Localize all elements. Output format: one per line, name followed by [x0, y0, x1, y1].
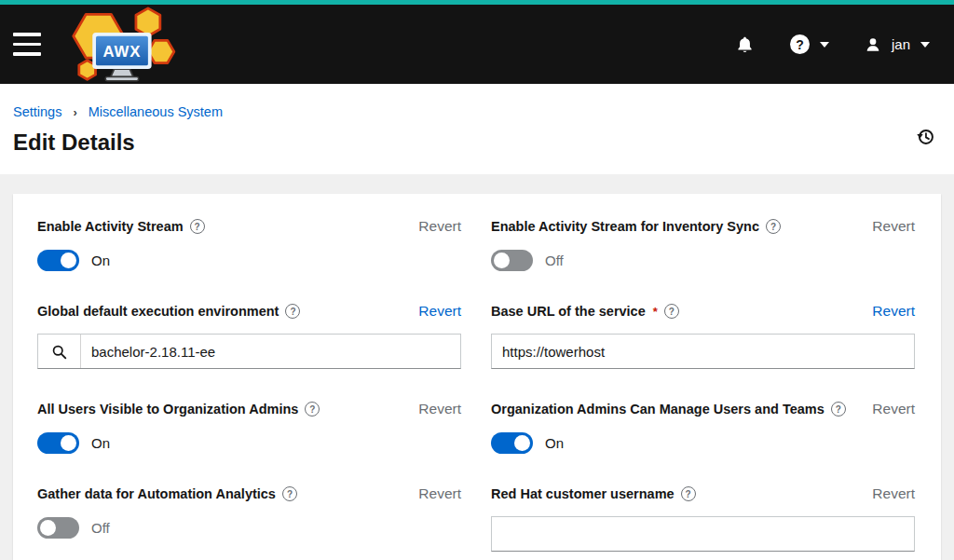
field-base-url-of-service: Base URL of the service * ? Revert [491, 303, 915, 369]
chevron-down-icon [820, 42, 829, 48]
help-menu-button[interactable]: ? [790, 34, 829, 54]
field-label: Gather data for Automation Analytics ? [37, 486, 297, 501]
field-global-default-execution-environment: Global default execution environment ? R… [37, 303, 461, 369]
revert-button[interactable]: Revert [872, 218, 915, 235]
field-label: Enable Activity Stream for Inventory Syn… [491, 219, 781, 234]
chevron-down-icon [920, 42, 930, 48]
help-icon[interactable]: ? [681, 486, 696, 501]
field-org-admins-manage-users-teams: Organization Admins Can Manage Users and… [491, 401, 915, 454]
base-url-input[interactable] [491, 334, 915, 369]
revert-button[interactable]: Revert [872, 303, 915, 320]
notifications-button[interactable] [735, 34, 755, 55]
settings-form: Enable Activity Stream ? Revert On Enabl… [37, 218, 915, 560]
field-enable-activity-stream-inventory-sync: Enable Activity Stream for Inventory Syn… [491, 218, 915, 271]
help-icon[interactable]: ? [766, 219, 781, 234]
search-lookup-button[interactable] [38, 335, 81, 368]
help-icon[interactable]: ? [190, 219, 205, 234]
field-label: Global default execution environment ? [37, 304, 300, 319]
revert-button[interactable]: Revert [418, 485, 461, 502]
user-icon [865, 36, 881, 53]
breadcrumb-separator-icon: › [73, 105, 76, 119]
breadcrumb-link-miscellaneous-system[interactable]: Miscellaneous System [89, 104, 223, 119]
masthead-actions: ? jan [735, 34, 930, 55]
field-gather-data-automation-analytics: Gather data for Automation Analytics ? R… [37, 485, 461, 552]
red-hat-customer-username-input[interactable] [491, 516, 915, 552]
awx-logo-image: AWX [63, 7, 179, 83]
search-icon [51, 344, 67, 360]
toggle-state-label: Off [91, 520, 110, 536]
toggle-knob [494, 253, 510, 268]
nav-toggle-button[interactable] [13, 29, 41, 60]
field-label: Organization Admins Can Manage Users and… [491, 402, 846, 417]
field-label: Enable Activity Stream ? [37, 219, 205, 234]
revert-button[interactable]: Revert [872, 401, 915, 417]
help-icon[interactable]: ? [282, 486, 297, 501]
field-label-text: Global default execution environment [37, 304, 279, 319]
field-label: All Users Visible to Organization Admins… [37, 402, 320, 417]
page-header: Settings › Miscellaneous System Edit Det… [0, 84, 954, 174]
history-button[interactable] [914, 125, 937, 151]
field-label-text: Red Hat customer username [491, 486, 675, 501]
user-menu-button[interactable]: jan [865, 36, 930, 53]
toggle-state-label: On [545, 435, 564, 451]
field-label-text: Organization Admins Can Manage Users and… [491, 402, 825, 417]
revert-button[interactable]: Revert [418, 303, 461, 320]
field-enable-activity-stream: Enable Activity Stream ? Revert On [37, 218, 461, 271]
page-title: Edit Details [13, 130, 939, 156]
toggle-all-users-visible-to-org-admins[interactable] [37, 432, 79, 454]
breadcrumb-link-settings[interactable]: Settings [13, 104, 61, 119]
field-label-text: Base URL of the service [491, 304, 646, 319]
help-icon[interactable]: ? [831, 402, 846, 417]
toggle-enable-activity-stream[interactable] [37, 250, 79, 271]
masthead: AWX ? jan [0, 5, 954, 84]
revert-button[interactable]: Revert [872, 485, 915, 502]
help-icon[interactable]: ? [664, 304, 679, 319]
revert-button[interactable]: Revert [418, 218, 461, 235]
hamburger-bar [13, 52, 41, 56]
help-icon[interactable]: ? [305, 402, 320, 417]
toggle-knob [61, 435, 76, 451]
toggle-org-admins-manage-users-teams[interactable] [491, 432, 533, 454]
bell-icon [735, 34, 755, 55]
toggle-state-label: Off [545, 253, 564, 268]
field-label-text: All Users Visible to Organization Admins [37, 402, 298, 417]
field-all-users-visible-to-org-admins: All Users Visible to Organization Admins… [37, 401, 461, 454]
hamburger-bar [13, 43, 41, 47]
field-label: Base URL of the service * ? [491, 304, 679, 319]
field-label-text: Enable Activity Stream [37, 219, 184, 234]
execution-environment-lookup [37, 334, 461, 369]
toggle-state-label: On [91, 435, 110, 451]
username-label: jan [892, 36, 910, 52]
field-label: Red Hat customer username ? [491, 486, 696, 501]
main-content: Enable Activity Stream ? Revert On Enabl… [0, 174, 954, 560]
field-red-hat-customer-username: Red Hat customer username ? Revert [491, 485, 915, 552]
execution-environment-input[interactable] [81, 335, 460, 368]
field-label-text: Gather data for Automation Analytics [37, 486, 276, 501]
question-circle-icon: ? [790, 34, 810, 54]
awx-logo[interactable]: AWX [63, 7, 179, 83]
help-icon[interactable]: ? [285, 304, 300, 319]
toggle-enable-activity-stream-inventory-sync[interactable] [491, 250, 533, 271]
hamburger-bar [13, 33, 41, 36]
history-icon [916, 127, 935, 146]
toggle-knob [40, 520, 56, 536]
awx-brand-text: AWX [102, 43, 141, 61]
revert-button[interactable]: Revert [418, 401, 461, 417]
required-asterisk: * [653, 305, 658, 319]
toggle-gather-data-automation-analytics[interactable] [37, 517, 79, 539]
toggle-knob [61, 253, 76, 268]
toggle-knob [514, 435, 530, 451]
settings-form-card: Enable Activity Stream ? Revert On Enabl… [13, 194, 941, 560]
toggle-state-label: On [91, 253, 110, 268]
breadcrumb: Settings › Miscellaneous System [13, 104, 939, 119]
field-label-text: Enable Activity Stream for Inventory Syn… [491, 219, 759, 234]
